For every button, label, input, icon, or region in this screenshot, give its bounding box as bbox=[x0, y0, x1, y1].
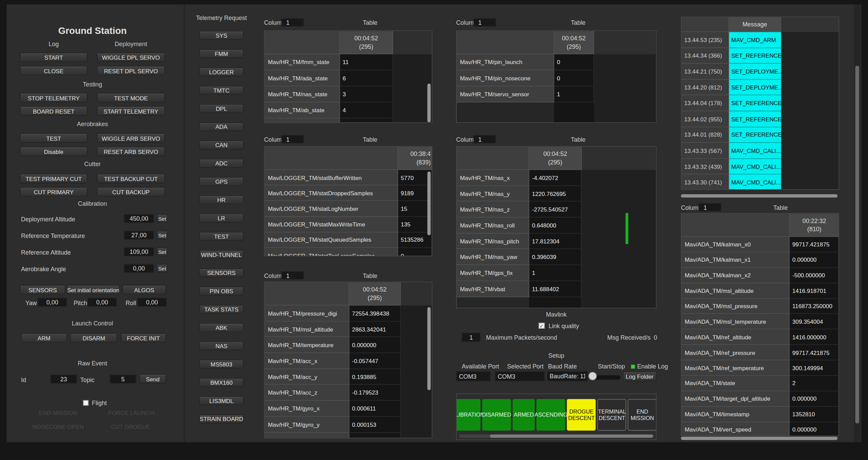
calibration-label: Reference Temperature bbox=[21, 233, 85, 239]
control-button[interactable]: TEST MODE bbox=[97, 93, 165, 102]
telemetry-request-button[interactable]: TEST bbox=[199, 232, 244, 241]
timestamp-header-cell: 00:22:32 (810) bbox=[790, 214, 839, 237]
roll-field[interactable] bbox=[137, 298, 167, 306]
message-row[interactable]: 13.44.01 (828) SET_REFERENCE... bbox=[682, 127, 839, 143]
row-value: 4 bbox=[340, 102, 393, 118]
arm-button[interactable]: ARM bbox=[21, 333, 67, 343]
table-vertical-scrollbar[interactable] bbox=[427, 84, 431, 122]
start-stop-label: Start/Stop bbox=[598, 363, 625, 370]
column-count-field[interactable] bbox=[281, 18, 304, 26]
table-row: Mav/HR_TM/nas_x -4.402072 bbox=[457, 170, 656, 186]
control-button[interactable]: WIGGLE ARB SERVO bbox=[97, 133, 165, 143]
control-button[interactable]: CLOSE bbox=[20, 66, 87, 75]
enable-log-checkbox[interactable] bbox=[631, 365, 635, 368]
column-count-field[interactable] bbox=[473, 18, 496, 26]
control-button[interactable]: TEST bbox=[20, 133, 87, 143]
column-count-field[interactable] bbox=[473, 135, 496, 143]
selected-port-select[interactable] bbox=[495, 372, 545, 381]
telemetry-request-button[interactable]: ADA bbox=[199, 122, 244, 131]
telemetry-request-button[interactable]: HR bbox=[199, 195, 244, 204]
telemetry-request-button[interactable]: LR bbox=[199, 214, 244, 222]
available-port-field[interactable] bbox=[456, 372, 490, 381]
telemetry-request-button[interactable]: WIND-TUNNEL bbox=[199, 250, 244, 259]
telemetry-request-button[interactable]: BMX160 bbox=[199, 378, 244, 387]
pitch-field[interactable] bbox=[87, 298, 117, 306]
message-row[interactable]: 13.43.30 (741) MAV_CMD_CALI... bbox=[682, 175, 839, 190]
disarm-button[interactable]: DISARM bbox=[70, 333, 117, 343]
link-quality-checkbox[interactable]: ✓ bbox=[539, 323, 545, 329]
telemetry-request-button[interactable]: TMTC bbox=[199, 86, 244, 95]
control-button[interactable]: Disable bbox=[20, 147, 87, 156]
message-row[interactable]: 13.44.20 (812) SET_DEPLOYME... bbox=[682, 80, 839, 96]
control-button[interactable]: START bbox=[20, 53, 87, 62]
section-title-aerobrakes: Aerobrakes bbox=[20, 121, 165, 127]
message-row[interactable]: 13.43.32 (439) MAV_CMD_CALI... bbox=[682, 159, 839, 175]
baud-rate-select[interactable] bbox=[547, 372, 588, 381]
algos-button[interactable]: ALGOS bbox=[122, 285, 166, 295]
flight-checkbox[interactable] bbox=[83, 400, 88, 405]
control-button[interactable]: START TELEMETRY bbox=[97, 106, 165, 116]
reference-altitude-field[interactable] bbox=[124, 247, 154, 256]
control-button[interactable]: CUT PRIMARY bbox=[20, 187, 87, 197]
set-button[interactable]: Set bbox=[157, 247, 168, 256]
packet-count: (295) bbox=[567, 42, 581, 50]
set-initial-orientation-button[interactable]: Set initial orientation bbox=[67, 285, 120, 295]
message-row[interactable]: 13.44.04 (178) SET_REFERENCE... bbox=[682, 95, 839, 111]
telemetry-request-button[interactable]: TASK STATS bbox=[199, 305, 244, 314]
control-button[interactable]: WIGGLE DPL SERVO bbox=[97, 53, 165, 62]
telemetry-request-button[interactable]: NAS bbox=[199, 341, 244, 350]
log-folder-button[interactable]: Log Folder bbox=[623, 372, 657, 381]
telemetry-request-button[interactable]: LOGGER bbox=[199, 67, 244, 76]
message-row[interactable]: 13.44.21 (750) SET_DEPLOYME... bbox=[682, 64, 839, 80]
event-id-field[interactable] bbox=[51, 375, 77, 383]
sensors-button[interactable]: SENSORS bbox=[20, 285, 65, 295]
control-button[interactable]: RESET DPL SERVO bbox=[97, 66, 165, 75]
send-button[interactable]: Send bbox=[139, 374, 166, 384]
telemetry-request-button[interactable]: SYS bbox=[199, 31, 244, 40]
state-scrollbar-handle[interactable] bbox=[490, 435, 653, 438]
control-button[interactable]: TEST PRIMARY CUT bbox=[20, 174, 87, 183]
message-row[interactable]: 13.43.33 (567) MAV_CMD_CALI... bbox=[682, 143, 839, 159]
message-row[interactable]: 13.44.02 (955) SET_REFERENCE... bbox=[682, 111, 839, 127]
table-vertical-scrollbar[interactable] bbox=[427, 307, 431, 390]
telemetry-request-button[interactable]: STRAIN BOARD bbox=[199, 415, 244, 423]
table-label: Table bbox=[725, 204, 836, 211]
telemetry-request-button[interactable]: PIN OBS bbox=[199, 287, 244, 296]
table-vertical-scrollbar[interactable] bbox=[427, 172, 431, 235]
telemetry-request-button[interactable]: ABK bbox=[199, 323, 244, 332]
ada-horizontal-scrollbar[interactable] bbox=[681, 437, 837, 440]
set-button[interactable]: Set bbox=[157, 231, 168, 240]
telemetry-request-button[interactable]: DPL bbox=[199, 104, 244, 113]
deployment-altitude-field[interactable] bbox=[124, 214, 154, 223]
telemetry-request-button[interactable]: GPS bbox=[199, 177, 244, 186]
message-row[interactable]: 13.44.34 (366) SET_REFERENCE... bbox=[682, 48, 839, 64]
telemetry-request-button[interactable]: FMM bbox=[199, 49, 244, 58]
column-count-field[interactable] bbox=[281, 271, 304, 279]
message-log-horizontal-scrollbar[interactable] bbox=[681, 194, 837, 198]
header-spacer-cell bbox=[457, 31, 554, 54]
telemetry-request-button[interactable]: LIS3MDL bbox=[199, 396, 244, 405]
control-button[interactable]: STOP TELEMETRY bbox=[20, 93, 87, 102]
set-button[interactable]: Set bbox=[157, 214, 168, 223]
reference-temperature-field[interactable] bbox=[124, 231, 154, 240]
start-stop-toggle-knob[interactable] bbox=[589, 372, 597, 380]
telemetry-request-button[interactable]: ADC bbox=[199, 159, 244, 168]
control-button[interactable]: RESET ARB SERVO bbox=[97, 147, 165, 156]
column-count-field[interactable] bbox=[698, 203, 721, 211]
set-button[interactable]: Set bbox=[157, 264, 168, 273]
control-button[interactable]: TEST BACKUP CUT bbox=[97, 174, 165, 183]
yaw-field[interactable] bbox=[38, 298, 67, 306]
column-count-field[interactable] bbox=[281, 135, 304, 143]
telemetry-request-button[interactable]: CAN bbox=[199, 141, 244, 149]
control-button[interactable]: BOARD RESET bbox=[20, 106, 87, 116]
force-init-button[interactable]: FORCE INIT bbox=[121, 333, 166, 343]
max-packets-field[interactable] bbox=[462, 333, 481, 342]
window-scrollbar-handle[interactable] bbox=[855, 66, 859, 423]
aerobrake-angle-field[interactable] bbox=[124, 264, 154, 273]
splitter-handle[interactable] bbox=[184, 4, 185, 442]
telemetry-request-button[interactable]: MS5803 bbox=[199, 360, 244, 368]
control-button[interactable]: CUT BACKUP bbox=[97, 187, 165, 197]
message-row[interactable]: 13.44.53 (235) MAV_CMD_ARM bbox=[682, 32, 839, 48]
telemetry-request-button[interactable]: SENSORS bbox=[199, 268, 244, 277]
event-topic-field[interactable] bbox=[110, 375, 136, 383]
